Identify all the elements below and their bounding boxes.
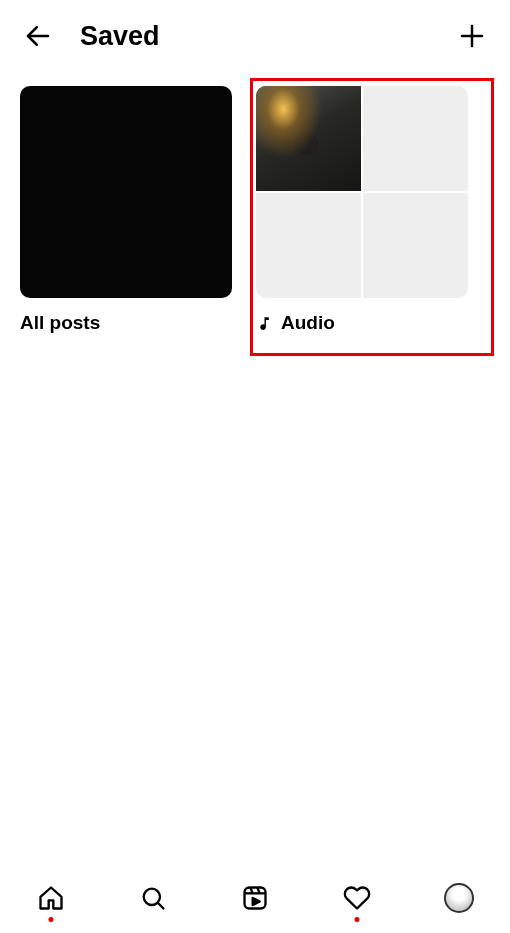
reels-icon: [241, 884, 269, 912]
add-collection-button[interactable]: [454, 18, 490, 54]
svg-line-4: [158, 903, 164, 909]
collection-label: Audio: [256, 312, 468, 334]
plus-icon: [457, 21, 487, 51]
arrow-left-icon: [23, 21, 53, 51]
header: Saved: [0, 0, 510, 64]
collection-thumbnail: [20, 86, 232, 298]
profile-avatar-icon: [444, 883, 474, 913]
music-note-icon: [256, 315, 273, 332]
nav-reels[interactable]: [233, 876, 277, 920]
collection-thumbnail: [256, 86, 468, 298]
nav-profile[interactable]: [437, 876, 481, 920]
nav-search[interactable]: [131, 876, 175, 920]
collection-audio[interactable]: Audio: [256, 86, 468, 334]
bottom-nav: [0, 863, 510, 933]
thumbnail-cell-1: [256, 86, 361, 191]
svg-marker-9: [253, 898, 260, 905]
heart-icon: [343, 884, 371, 912]
search-icon: [139, 884, 167, 912]
collection-label-text: All posts: [20, 312, 100, 334]
collections-grid: All posts Audio: [0, 64, 510, 334]
home-icon: [37, 884, 65, 912]
collection-label: All posts: [20, 312, 232, 334]
page-title: Saved: [80, 21, 454, 52]
thumbnail-cell-3: [256, 193, 361, 298]
nav-activity[interactable]: [335, 876, 379, 920]
thumbnail-cell-2: [363, 86, 468, 191]
nav-home[interactable]: [29, 876, 73, 920]
notification-dot: [355, 917, 360, 922]
back-button[interactable]: [20, 18, 56, 54]
collection-label-text: Audio: [281, 312, 335, 334]
notification-dot: [49, 917, 54, 922]
thumbnail-cell-4: [363, 193, 468, 298]
collection-all-posts[interactable]: All posts: [20, 86, 232, 334]
